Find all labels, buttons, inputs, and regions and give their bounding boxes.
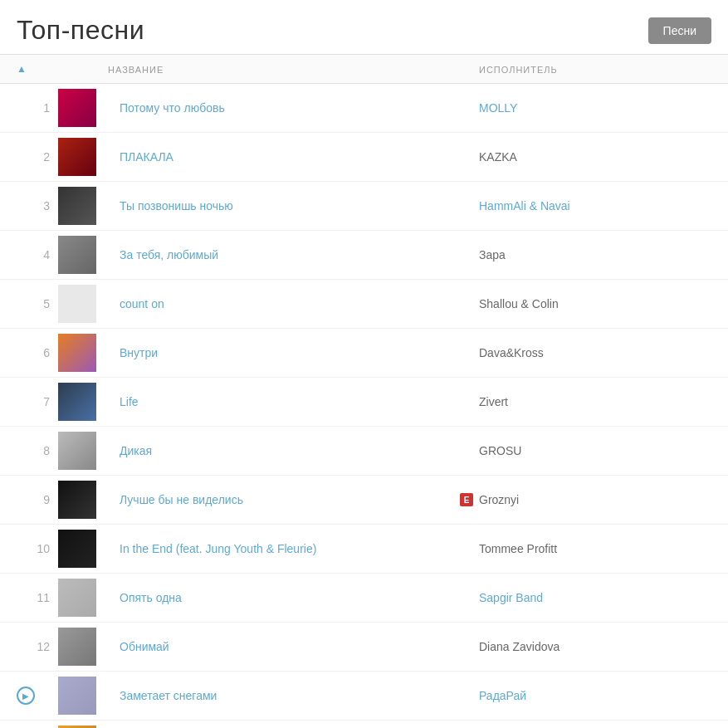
track-artist[interactable]: HammAli & Navai bbox=[479, 199, 711, 213]
track-number: 3 bbox=[17, 199, 58, 213]
track-title-cell: Потому что любовь bbox=[96, 100, 454, 115]
track-title[interactable]: Ты позвонишь ночью bbox=[108, 199, 233, 213]
track-number: 8 bbox=[17, 444, 58, 457]
play-icon[interactable]: ▶ bbox=[17, 686, 35, 705]
track-title-cell: Дикая bbox=[96, 443, 454, 458]
track-title[interactable]: Life bbox=[108, 395, 139, 408]
track-artist[interactable]: Зара bbox=[479, 248, 711, 261]
track-thumbnail bbox=[58, 89, 96, 127]
track-title-cell: ПЛАКАЛА bbox=[96, 149, 454, 164]
track-thumbnail bbox=[58, 187, 96, 225]
track-number-label: 3 bbox=[17, 199, 58, 213]
track-title[interactable]: Лучше бы не виделись bbox=[108, 493, 243, 506]
track-number: 9 bbox=[17, 493, 58, 506]
track-artist[interactable]: Sapgir Band bbox=[479, 591, 711, 604]
track-artist[interactable]: Tommee Profitt bbox=[479, 542, 711, 555]
track-number-label: 2 bbox=[17, 150, 58, 164]
table-header: ▲ НАЗВАНИЕ ИСПОЛНИТЕЛЬ bbox=[0, 55, 728, 84]
track-number: 2 bbox=[17, 150, 58, 164]
track-title[interactable]: count on bbox=[108, 297, 164, 310]
page-header: Топ-песни Песни bbox=[0, 0, 728, 55]
track-row[interactable]: 1Потому что любовьMOLLY bbox=[0, 84, 728, 133]
track-title-cell: Обнимай bbox=[96, 639, 454, 654]
track-thumbnail bbox=[58, 628, 96, 666]
track-number: 7 bbox=[17, 395, 58, 408]
track-number-label: 1 bbox=[17, 101, 58, 115]
track-number: 12 bbox=[17, 640, 58, 653]
track-number-label: 8 bbox=[17, 444, 58, 457]
track-row[interactable]: 7LifeZivert bbox=[0, 378, 728, 427]
track-number-label: 7 bbox=[17, 395, 58, 408]
track-number-label: 12 bbox=[17, 640, 58, 653]
track-artist[interactable]: MOLLY bbox=[479, 101, 711, 115]
track-row[interactable]: 3Ты позвонишь ночьюHammAli & Navai bbox=[0, 182, 728, 231]
songs-button[interactable]: Песни bbox=[648, 17, 711, 44]
track-artist[interactable]: РадаРай bbox=[479, 689, 711, 702]
track-number: 10 bbox=[17, 542, 58, 555]
track-title-cell: In the End (feat. Jung Youth & Fleurie) bbox=[96, 541, 454, 556]
track-thumbnail bbox=[58, 481, 96, 519]
track-row[interactable]: 5count onShallou & Colin bbox=[0, 280, 728, 329]
track-row[interactable]: 2ПЛАКАЛАKAZKA bbox=[0, 133, 728, 182]
track-thumbnail bbox=[58, 138, 96, 176]
name-column-header: НАЗВАНИЕ bbox=[96, 61, 454, 76]
track-title[interactable]: Заметает снегами bbox=[108, 689, 217, 702]
track-artist[interactable]: Dava&Kross bbox=[479, 346, 711, 359]
track-thumbnail bbox=[58, 677, 96, 715]
track-title[interactable]: In the End (feat. Jung Youth & Fleurie) bbox=[108, 542, 316, 555]
track-thumbnail bbox=[58, 236, 96, 274]
track-title[interactable]: Дикая bbox=[108, 444, 152, 457]
track-number-label: 4 bbox=[17, 248, 58, 261]
track-title-cell: Внутри bbox=[96, 345, 454, 360]
track-title[interactable]: Обнимай bbox=[108, 640, 169, 653]
track-number: 11 bbox=[17, 591, 58, 604]
track-row[interactable]: 10In the End (feat. Jung Youth & Fleurie… bbox=[0, 525, 728, 574]
artist-column-header: ИСПОЛНИТЕЛЬ bbox=[479, 61, 711, 76]
track-row[interactable]: 12ОбнимайDiana Zavidova bbox=[0, 623, 728, 672]
sort-column[interactable]: ▲ bbox=[17, 63, 58, 75]
track-title[interactable]: Потому что любовь bbox=[108, 101, 225, 115]
track-title-cell: За тебя, любимый bbox=[96, 247, 454, 262]
track-row[interactable]: 6ВнутриDava&Kross bbox=[0, 329, 728, 378]
track-title-cell: Life bbox=[96, 394, 454, 409]
track-row[interactable]: 14Say My NameDavid Guetta, Bebe Rexha & … bbox=[0, 721, 728, 728]
track-row[interactable]: 11Опять однаSapgir Band bbox=[0, 574, 728, 623]
track-title-cell: Заметает снегами bbox=[96, 688, 454, 703]
track-thumbnail bbox=[58, 530, 96, 568]
track-artist[interactable]: Shallou & Colin bbox=[479, 297, 711, 310]
track-thumbnail bbox=[58, 383, 96, 421]
track-thumbnail bbox=[58, 285, 96, 323]
track-row[interactable]: ▶Заметает снегамиРадаРай bbox=[0, 672, 728, 721]
track-title-cell: Лучше бы не виделись bbox=[96, 492, 454, 507]
track-artist[interactable]: Diana Zavidova bbox=[479, 640, 711, 653]
track-number-label: 9 bbox=[17, 493, 58, 506]
track-title-cell: Ты позвонишь ночью bbox=[96, 198, 454, 213]
track-title[interactable]: ПЛАКАЛА bbox=[108, 150, 173, 164]
track-row[interactable]: 9Лучше бы не виделисьEGroznyi bbox=[0, 476, 728, 525]
explicit-icon: E bbox=[460, 493, 473, 506]
track-thumbnail bbox=[58, 432, 96, 470]
track-number: 5 bbox=[17, 297, 58, 310]
track-number-label: 10 bbox=[17, 542, 58, 555]
track-artist[interactable]: KAZKA bbox=[479, 150, 711, 164]
track-artist[interactable]: Groznyi bbox=[479, 493, 711, 506]
track-number-label: 5 bbox=[17, 297, 58, 310]
track-title-cell: count on bbox=[96, 296, 454, 311]
track-number-label: 6 bbox=[17, 346, 58, 359]
track-row[interactable]: 4За тебя, любимыйЗара bbox=[0, 231, 728, 280]
track-number: 6 bbox=[17, 346, 58, 359]
track-thumbnail bbox=[58, 579, 96, 617]
sort-arrow-icon: ▲ bbox=[17, 63, 27, 75]
track-title[interactable]: Опять одна bbox=[108, 591, 182, 604]
track-row[interactable]: 8ДикаяGROSU bbox=[0, 427, 728, 476]
track-number: ▶ bbox=[17, 686, 58, 705]
page-title: Топ-песни bbox=[17, 15, 144, 46]
track-title[interactable]: За тебя, любимый bbox=[108, 248, 218, 261]
track-thumbnail bbox=[58, 334, 96, 372]
track-title[interactable]: Внутри bbox=[108, 346, 158, 359]
track-number-label: 11 bbox=[17, 591, 58, 604]
track-list: 1Потому что любовьMOLLY2ПЛАКАЛАKAZKA3Ты … bbox=[0, 84, 728, 728]
explicit-badge: E bbox=[454, 493, 479, 506]
track-artist[interactable]: Zivert bbox=[479, 395, 711, 408]
track-artist[interactable]: GROSU bbox=[479, 444, 711, 457]
